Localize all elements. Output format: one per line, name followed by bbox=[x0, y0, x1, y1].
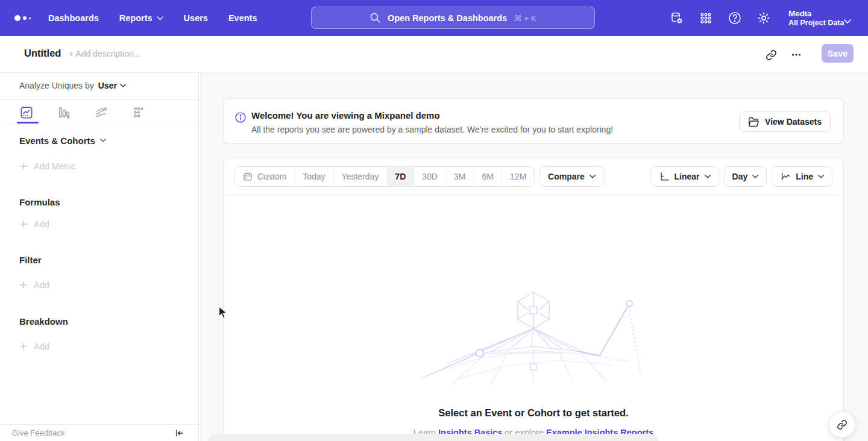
daterange-30d-label: 30D bbox=[422, 172, 438, 181]
daterange-yesterday-label: Yesterday bbox=[342, 172, 379, 181]
breakdown-label: Breakdown bbox=[19, 316, 68, 327]
tab-funnels[interactable] bbox=[52, 104, 76, 121]
help-icon[interactable] bbox=[727, 10, 743, 26]
report-header: Untitled + Add description... Save bbox=[0, 36, 868, 73]
analyze-value-dropdown[interactable]: User bbox=[98, 81, 126, 90]
linear-scale-icon bbox=[659, 171, 670, 182]
project-chevron-down-icon[interactable] bbox=[844, 16, 851, 27]
add-metric-button[interactable]: Add Metric bbox=[20, 161, 75, 171]
add-formula-button[interactable]: Add bbox=[20, 219, 49, 229]
settings-gear-icon[interactable] bbox=[756, 10, 772, 26]
banner-title: Welcome! You are viewing a Mixpanel demo bbox=[251, 110, 440, 120]
events-cohorts-label: Events & Cohorts bbox=[19, 136, 95, 146]
apps-grid-icon[interactable] bbox=[698, 10, 714, 26]
report-type-tabs bbox=[14, 104, 151, 121]
nav-users-label: Users bbox=[184, 13, 208, 23]
search-icon bbox=[370, 12, 381, 23]
formulas-section: Formulas bbox=[19, 197, 60, 207]
add-filter-label: Add bbox=[34, 280, 49, 290]
calendar-icon bbox=[243, 172, 253, 181]
chart-display-controls: Linear Day Line bbox=[650, 166, 832, 187]
top-navigation-bar: Dashboards Reports Users Events Open Rep… bbox=[0, 0, 868, 36]
plus-icon bbox=[20, 281, 27, 289]
daterange-30d[interactable]: 30D bbox=[414, 167, 445, 186]
daterange-12m[interactable]: 12M bbox=[502, 167, 534, 186]
plus-icon bbox=[20, 343, 27, 350]
line-chart-icon bbox=[780, 171, 791, 182]
report-description-placeholder[interactable]: + Add description... bbox=[69, 49, 140, 58]
give-feedback-link[interactable]: Give Feedback bbox=[12, 428, 64, 437]
plus-icon bbox=[20, 163, 27, 170]
chevron-down-icon bbox=[100, 139, 106, 143]
compare-dropdown[interactable]: Compare bbox=[539, 166, 604, 187]
share-link-floating-button[interactable] bbox=[829, 411, 855, 438]
data-icon[interactable] bbox=[669, 10, 685, 26]
tab-retention[interactable] bbox=[127, 104, 151, 121]
nav-events[interactable]: Events bbox=[228, 13, 257, 23]
global-search-input[interactable]: Open Reports & Dashboards ⌘ + K bbox=[311, 7, 595, 29]
selected-tab-indicator bbox=[17, 122, 39, 124]
welcome-banner: Welcome! You are viewing a Mixpanel demo… bbox=[223, 98, 844, 144]
daterange-3m-label: 3M bbox=[454, 172, 465, 181]
nav-reports-label: Reports bbox=[119, 13, 153, 23]
tab-flows[interactable] bbox=[89, 104, 113, 121]
chart-type-dropdown[interactable]: Line bbox=[772, 166, 832, 187]
copy-link-icon[interactable] bbox=[763, 47, 779, 63]
chart-controls: Custom Today Yesterday 7D 30D 3M 6M 12M … bbox=[224, 158, 843, 195]
chevron-down-icon bbox=[120, 84, 126, 88]
events-cohorts-section[interactable]: Events & Cohorts bbox=[19, 136, 106, 146]
info-icon bbox=[234, 111, 247, 126]
nav-dashboards[interactable]: Dashboards bbox=[48, 13, 99, 23]
interval-dropdown[interactable]: Day bbox=[724, 166, 767, 187]
daterange-7d[interactable]: 7D bbox=[386, 167, 414, 186]
daterange-3m[interactable]: 3M bbox=[445, 167, 473, 186]
filter-section: Filter bbox=[19, 255, 42, 265]
chevron-down-icon bbox=[590, 175, 596, 179]
daterange-6m-label: 6M bbox=[482, 172, 493, 181]
insights-chart-card: Custom Today Yesterday 7D 30D 3M 6M 12M … bbox=[223, 158, 844, 441]
chevron-down-icon bbox=[818, 175, 824, 179]
view-datasets-button[interactable]: View Datasets bbox=[739, 111, 831, 132]
add-metric-label: Add Metric bbox=[34, 161, 75, 171]
analyze-uniques-row: Analyze Uniques by User bbox=[19, 81, 126, 90]
analyze-value-label: User bbox=[98, 81, 117, 90]
divider bbox=[0, 125, 199, 125]
daterange-today-label: Today bbox=[303, 172, 325, 181]
daterange-6m[interactable]: 6M bbox=[473, 167, 501, 186]
report-title[interactable]: Untitled bbox=[24, 48, 61, 59]
interval-label: Day bbox=[732, 172, 748, 181]
chart-type-label: Line bbox=[796, 172, 813, 181]
chevron-down-icon bbox=[157, 16, 163, 20]
formulas-label: Formulas bbox=[19, 197, 60, 207]
compare-label: Compare bbox=[548, 172, 585, 181]
mixpanel-logo[interactable] bbox=[14, 15, 31, 21]
more-options-icon[interactable] bbox=[788, 47, 804, 63]
save-button[interactable]: Save bbox=[822, 44, 854, 63]
main-content: Welcome! You are viewing a Mixpanel demo… bbox=[200, 73, 868, 441]
topnav-icon-group bbox=[669, 0, 772, 36]
nav-events-label: Events bbox=[228, 13, 257, 23]
tab-insights[interactable] bbox=[14, 104, 39, 121]
add-breakdown-button[interactable]: Add bbox=[20, 342, 49, 351]
date-range-segmented-control: Custom Today Yesterday 7D 30D 3M 6M 12M bbox=[234, 166, 535, 187]
main-nav: Dashboards Reports Users Events bbox=[48, 0, 257, 36]
scale-label: Linear bbox=[675, 172, 700, 181]
daterange-7d-label: 7D bbox=[395, 172, 406, 181]
scale-dropdown[interactable]: Linear bbox=[650, 166, 719, 187]
analyze-prefix-label: Analyze Uniques by bbox=[19, 81, 94, 90]
daterange-custom[interactable]: Custom bbox=[235, 167, 294, 186]
banner-subtitle: All the reports you see are powered by a… bbox=[251, 125, 613, 134]
nav-users[interactable]: Users bbox=[184, 13, 208, 23]
add-filter-button[interactable]: Add bbox=[20, 280, 49, 290]
sidebar-footer: Give Feedback bbox=[0, 424, 198, 441]
collapse-sidebar-icon[interactable] bbox=[174, 428, 184, 438]
divider bbox=[0, 99, 199, 100]
nav-reports[interactable]: Reports bbox=[119, 13, 163, 23]
daterange-today[interactable]: Today bbox=[294, 167, 333, 186]
folder-icon bbox=[748, 117, 760, 127]
query-builder-sidebar: Analyze Uniques by User bbox=[0, 73, 199, 441]
search-placeholder: Open Reports & Dashboards bbox=[388, 13, 507, 23]
next-section-edge bbox=[208, 434, 659, 441]
nav-dashboards-label: Dashboards bbox=[48, 13, 99, 23]
daterange-yesterday[interactable]: Yesterday bbox=[333, 167, 387, 186]
